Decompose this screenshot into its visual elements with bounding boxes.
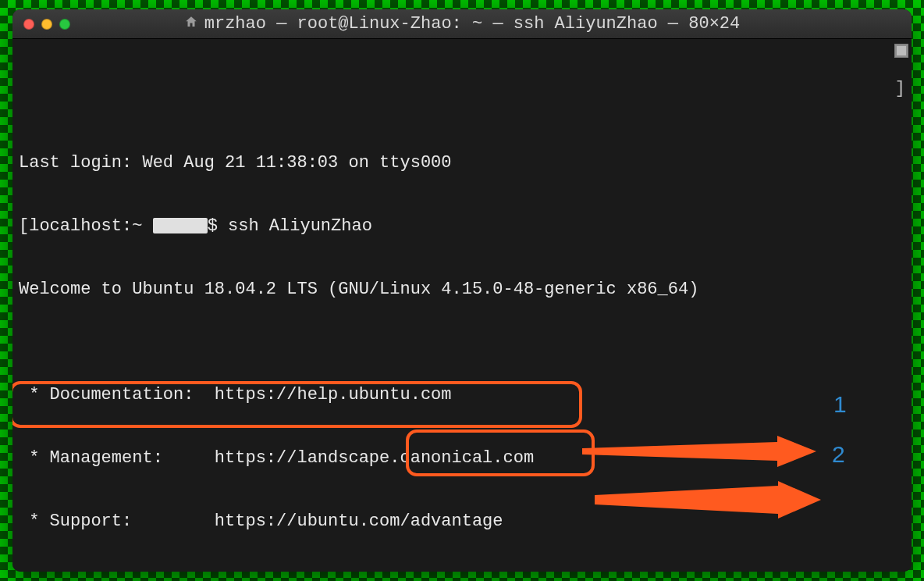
terminal-body[interactable]: ] Last login: Wed Aug 21 11:38:03 on tty…	[12, 39, 912, 572]
zoom-icon[interactable]	[59, 19, 70, 30]
scrollbar-thumb[interactable]	[894, 44, 908, 58]
annotation-label-1: 1	[833, 394, 847, 415]
minimize-icon[interactable]	[41, 19, 52, 30]
terminal-line: Welcome to Ubuntu 18.04.2 LTS (GNU/Linux…	[19, 279, 905, 300]
titlebar: mrzhao — root@Linux-Zhao: ~ — ssh Aliyun…	[12, 9, 912, 39]
terminal-line: * Management: https://landscape.canonica…	[19, 447, 905, 469]
terminal-line: Last login: Wed Aug 21 11:38:03 on ttys0…	[19, 152, 905, 173]
terminal-line: [localhost:~ $ ssh AliyunZhao	[19, 216, 905, 237]
terminal-line: * Documentation: https://help.ubuntu.com	[19, 384, 905, 405]
command-text: $ ssh AliyunZhao	[208, 216, 372, 236]
window-title-text: mrzhao — root@Linux-Zhao: ~ — ssh Aliyun…	[204, 14, 741, 34]
window-controls	[23, 19, 70, 30]
terminal-window: mrzhao — root@Linux-Zhao: ~ — ssh Aliyun…	[12, 9, 912, 572]
window-title: mrzhao — root@Linux-Zhao: ~ — ssh Aliyun…	[12, 14, 912, 34]
terminal-line: * Support: https://ubuntu.com/advantage	[19, 511, 905, 532]
prompt-host: [localhost:~	[19, 216, 153, 236]
scroll-marker: ]	[895, 78, 905, 99]
annotation-label-2: 2	[832, 444, 845, 465]
close-icon[interactable]	[23, 19, 34, 30]
home-icon	[184, 15, 198, 33]
redacted-block	[153, 218, 208, 233]
